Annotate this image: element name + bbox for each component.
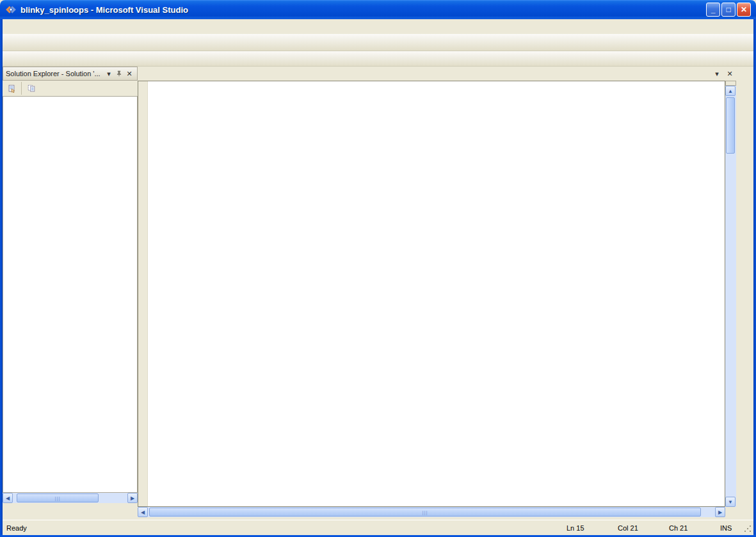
scroll-left-icon[interactable]: ◀: [3, 493, 13, 503]
window-border-right: [753, 19, 756, 537]
maximize-button[interactable]: □: [721, 3, 736, 17]
editor-hscrollbar[interactable]: ◀ ▶ |||: [138, 507, 725, 517]
scroll-down-icon[interactable]: ▼: [725, 497, 736, 507]
window-title: blinky_spinloops - Microsoft Visual Stud…: [20, 5, 706, 15]
splitter-box[interactable]: [725, 81, 736, 86]
title-bar[interactable]: blinky_spinloops - Microsoft Visual Stud…: [0, 0, 756, 19]
resize-grip[interactable]: [743, 524, 752, 533]
minimize-button[interactable]: _: [706, 3, 720, 17]
scroll-right-icon[interactable]: ▶: [127, 493, 138, 503]
scroll-right-icon[interactable]: ▶: [715, 507, 725, 517]
auto-hide-pin-icon[interactable]: [114, 68, 124, 79]
properties-icon[interactable]: [5, 82, 18, 95]
status-line: Ln 15: [567, 524, 618, 532]
editor-vscrollbar[interactable]: ▲ ▼: [725, 81, 736, 507]
selection-margin: [138, 81, 148, 506]
solution-explorer-hscrollbar[interactable]: ◀ ▶ |||: [3, 493, 138, 503]
app-icon: [5, 4, 17, 15]
scroll-left-icon[interactable]: ◀: [138, 507, 148, 517]
text-editor-toolbar: [3, 51, 753, 67]
active-files-dropdown-icon[interactable]: ▾: [712, 68, 722, 79]
code-editor[interactable]: [138, 81, 725, 507]
tool-window-tabs: [3, 503, 140, 518]
document-tab-strip: [138, 67, 736, 81]
status-character: Ch 21: [669, 524, 720, 532]
scroll-up-icon[interactable]: ▲: [725, 86, 736, 96]
close-button[interactable]: ✕: [737, 3, 751, 17]
solution-explorer-panel: Solution Explorer - Solution '... ▾ ✕ ◀ …: [3, 67, 138, 503]
panel-close-icon[interactable]: ✕: [124, 68, 134, 79]
solution-explorer-header[interactable]: Solution Explorer - Solution '... ▾ ✕: [3, 67, 138, 81]
scrollbar-corner: [725, 507, 736, 517]
standard-toolbar: [3, 34, 753, 51]
close-document-icon[interactable]: ✕: [725, 68, 735, 79]
solution-explorer-title: Solution Explorer - Solution '...: [6, 70, 104, 77]
status-column: Col 21: [618, 524, 669, 532]
solution-tree: [3, 96, 138, 493]
vs-window: blinky_spinloops - Microsoft Visual Stud…: [0, 0, 756, 537]
window-position-menu-icon[interactable]: ▾: [104, 68, 114, 79]
autohide-tab-strip: [736, 67, 753, 517]
solution-explorer-toolbar: [3, 81, 138, 96]
scroll-thumb[interactable]: |||: [149, 508, 701, 517]
menu-bar: [3, 19, 753, 34]
scroll-thumb[interactable]: |||: [17, 493, 99, 502]
show-all-files-icon[interactable]: [25, 82, 38, 95]
scroll-thumb[interactable]: [726, 97, 735, 154]
status-message: Ready: [6, 524, 567, 532]
editor-group: ▾ ✕ ▲ ▼ ◀ ▶ |||: [138, 67, 736, 517]
status-bar: Ready Ln 15 Col 21 Ch 21 INS: [3, 520, 753, 535]
